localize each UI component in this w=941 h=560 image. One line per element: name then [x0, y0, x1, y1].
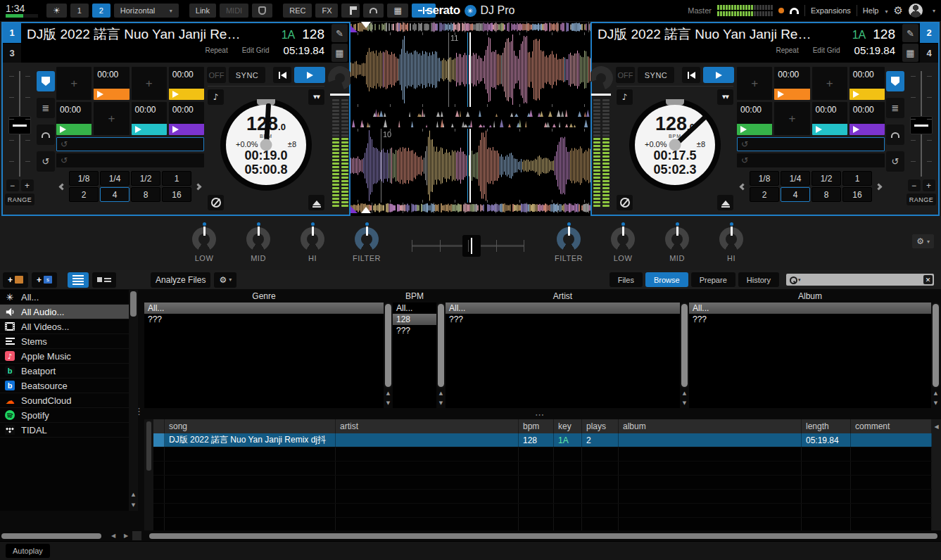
- sidebar-item-stems[interactable]: Stems: [0, 334, 129, 349]
- hot-cue-pad-3[interactable]: +: [132, 67, 167, 100]
- browse-item[interactable]: All...: [446, 303, 680, 314]
- pitch-slider[interactable]: [4, 67, 35, 179]
- deck-1-overview-strip[interactable]: [350, 22, 591, 32]
- hot-cue-pad-4[interactable]: 00:00: [169, 67, 204, 100]
- scroll-down-button[interactable]: ▼: [384, 398, 393, 408]
- tab-saved-loops[interactable]: ↺: [37, 151, 55, 172]
- browse-item[interactable]: All...: [393, 303, 436, 314]
- waveform-display[interactable]: 11 10: [350, 22, 591, 216]
- sync-button[interactable]: SYNC: [229, 67, 265, 83]
- deck-4-select[interactable]: 4: [920, 44, 938, 63]
- deck-3-select[interactable]: 3: [3, 44, 21, 63]
- scroll-up-button[interactable]: ▲: [931, 388, 940, 398]
- sidebar-item-apple-music[interactable]: ♪Apple Music: [0, 349, 129, 364]
- loop-size-16[interactable]: 16: [842, 187, 872, 202]
- tab-cue-list[interactable]: ≣: [37, 98, 55, 118]
- scrollbar-thumb[interactable]: [933, 304, 939, 387]
- empty-row[interactable]: [153, 518, 932, 530]
- sidebar-item-tidal[interactable]: TIDAL: [0, 423, 129, 438]
- user-avatar[interactable]: [909, 4, 923, 18]
- hot-cue-pad-1[interactable]: +: [56, 67, 91, 100]
- browse-column-header[interactable]: Genre: [144, 290, 384, 303]
- mixer-settings-button[interactable]: ⚙▾: [912, 234, 934, 248]
- tab-hot-cues[interactable]: [37, 71, 55, 91]
- browse-item[interactable]: ???: [446, 314, 680, 325]
- browse-item[interactable]: All...: [689, 303, 931, 314]
- browse-item[interactable]: ???: [393, 325, 436, 336]
- settings-gear-icon[interactable]: ⚙: [894, 4, 903, 17]
- sidebar-item-all-videos[interactable]: All Videos...: [0, 319, 129, 334]
- scroll-down-button[interactable]: ▼: [436, 398, 446, 408]
- hi-knob[interactable]: [719, 227, 743, 251]
- search-input[interactable]: ▾ ✕: [786, 274, 934, 286]
- tab-history[interactable]: History: [738, 272, 779, 287]
- cue-monitor-button[interactable]: [363, 4, 384, 18]
- browse-scrollbar[interactable]: ▲▼: [680, 290, 689, 408]
- autoplay-button[interactable]: Autoplay: [6, 544, 50, 558]
- sidebar-hscroll-thumb[interactable]: [1, 533, 101, 539]
- loop-size-4[interactable]: 4: [781, 187, 810, 202]
- loop-size-16[interactable]: 16: [162, 187, 191, 202]
- search-clear-button[interactable]: ✕: [923, 275, 933, 284]
- slip-mode-button[interactable]: [208, 195, 224, 210]
- loop-shift-left-button[interactable]: [738, 172, 747, 201]
- loop-size-1[interactable]: 1: [842, 171, 872, 186]
- pencil-icon[interactable]: ✎: [902, 24, 918, 42]
- deck-2-select[interactable]: 2: [920, 23, 938, 43]
- sync-button[interactable]: SYNC: [638, 67, 674, 83]
- tab-autoloop[interactable]: [37, 125, 55, 145]
- keylock-button[interactable]: ♪: [617, 89, 633, 105]
- column-header-song[interactable]: song: [165, 419, 336, 433]
- virtual-deck-platter[interactable]: 128.0 BPM +0.0%±8 00:17.5 05:02.3: [629, 99, 721, 191]
- tab-autoloop[interactable]: [886, 125, 904, 145]
- repeat-button[interactable]: Repeat: [776, 46, 798, 54]
- scrollbar-thumb[interactable]: [681, 304, 688, 387]
- browse-column-header[interactable]: Album: [689, 290, 931, 303]
- sync-off-button[interactable]: OFF: [616, 67, 635, 83]
- help-menu[interactable]: Help ▾: [863, 6, 888, 15]
- loop-size-1-8[interactable]: 1/8: [750, 171, 779, 186]
- loop-size-1[interactable]: 1: [162, 171, 191, 186]
- scroll-up-button[interactable]: ▲: [384, 388, 393, 398]
- tab-prepare[interactable]: Prepare: [691, 272, 735, 287]
- loop-shift-left-button[interactable]: [58, 172, 67, 201]
- scroll-up-button[interactable]: ▲: [436, 388, 446, 398]
- column-header-length[interactable]: length: [802, 419, 851, 433]
- panel-resize-handle-horizontal[interactable]: ⋯: [535, 409, 544, 420]
- loop-size-1-2[interactable]: 1/2: [131, 171, 160, 186]
- browse-item[interactable]: ???: [689, 314, 931, 325]
- track-row[interactable]: DJ版 2022 諾言 Nuo Yan Janji Remix dj抖1281A…: [153, 433, 932, 447]
- column-header-plays[interactable]: plays: [582, 419, 619, 433]
- sidebar-item-beatport[interactable]: bBeatport: [0, 364, 129, 378]
- empty-row[interactable]: [153, 504, 932, 518]
- deck-1-select[interactable]: 1: [3, 23, 21, 43]
- hot-cue-pad-6[interactable]: +: [774, 102, 809, 135]
- browse-scrollbar[interactable]: ▲▼: [436, 290, 446, 408]
- slip-mode-button[interactable]: [617, 195, 633, 210]
- mid-knob[interactable]: [246, 227, 270, 251]
- pitch-range-plus-button[interactable]: +: [923, 179, 935, 191]
- hot-cue-pad-8[interactable]: 00:00: [169, 102, 204, 135]
- loop-shift-right-button[interactable]: [874, 172, 883, 201]
- empty-row[interactable]: [153, 490, 932, 504]
- loop-size-1-4[interactable]: 1/4: [100, 171, 130, 186]
- eject-button[interactable]: [308, 195, 324, 210]
- album-view-button[interactable]: [92, 272, 116, 288]
- fast-forward-button[interactable]: ▼▼: [717, 89, 733, 105]
- pitch-slider[interactable]: [906, 67, 937, 179]
- analyze-files-button[interactable]: Analyze Files: [151, 272, 210, 288]
- sidebar-item-all-audio[interactable]: All Audio...: [0, 305, 129, 319]
- tab-files[interactable]: Files: [610, 272, 643, 287]
- chevron-down-icon[interactable]: ▾: [933, 8, 935, 14]
- loop-size-8[interactable]: 8: [131, 187, 160, 202]
- browse-item[interactable]: All...: [144, 303, 384, 314]
- browse-column-header[interactable]: BPM: [393, 290, 436, 303]
- empty-row[interactable]: [153, 476, 932, 490]
- hot-cue-pad-5[interactable]: 00:00: [56, 102, 91, 135]
- pads-view-button[interactable]: ▦: [387, 4, 408, 18]
- loop-shift-right-button[interactable]: [194, 172, 203, 201]
- crossfader[interactable]: [412, 234, 524, 258]
- loop-size-1-4[interactable]: 1/4: [781, 171, 810, 186]
- column-header-artist[interactable]: artist: [336, 419, 519, 433]
- tab-browse[interactable]: Browse: [645, 272, 688, 287]
